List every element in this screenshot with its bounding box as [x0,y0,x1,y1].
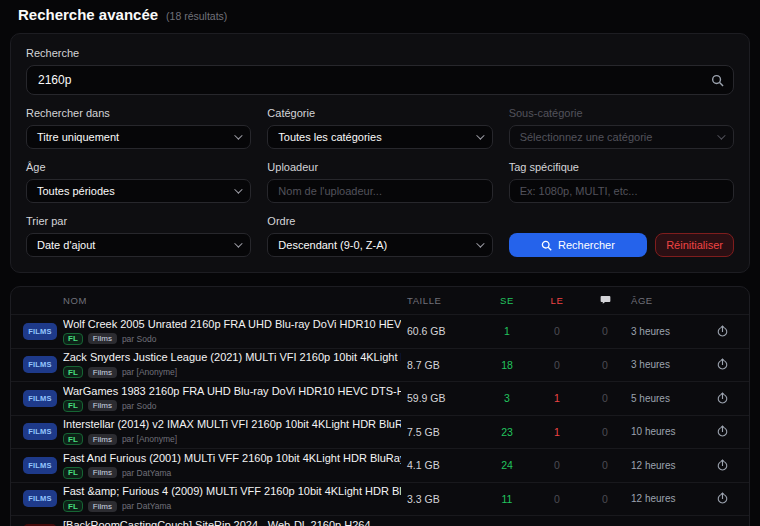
size-cell: 60.6 GB [407,325,479,337]
uploader-name[interactable]: par [Anonyme] [122,434,177,444]
leechers-cell: 0 [535,359,579,371]
torrent-name-cell: Wolf Creek 2005 Unrated 2160p FRA UHD Bl… [63,318,401,345]
header-seeders[interactable]: SE [485,295,529,306]
comments-cell: 0 [585,493,625,505]
download-button[interactable] [707,325,737,338]
header-leechers[interactable]: LE [535,295,579,306]
header-size[interactable]: TAILLE [407,295,479,306]
uploader-input[interactable] [267,179,492,203]
reset-button[interactable]: Réinitialiser [655,233,734,257]
header-comments[interactable] [585,294,625,307]
torrent-title-link[interactable]: Zack Snyders Justice League (2021) MULTi… [63,351,401,364]
category-tag[interactable]: Films [88,467,117,478]
subcategory-group: Sous-catégorie Sélectionnez une catégori… [509,107,734,149]
sort-select[interactable]: Date d'ajout [26,233,251,257]
download-button[interactable] [707,459,737,472]
tag-group: Tag spécifique [509,161,734,203]
subcategory-placeholder: Sélectionnez une catégorie [520,131,653,143]
uploader-name[interactable]: par Sodo [122,401,157,411]
seeders-cell: 18 [485,359,529,371]
torrent-title-link[interactable]: Fast &amp; Furious 4 (2009) MULTi VFF 21… [63,485,401,498]
results-count: (18 résultats) [166,10,227,22]
size-cell: 8.7 GB [407,359,479,371]
category-select[interactable]: Toutes les catégories [267,125,492,149]
torrent-title-link[interactable]: Fast And Furious (2001) MULTi VFF 2160p … [63,452,401,465]
page-title: Recherche avancée [18,6,158,23]
order-group: Ordre Descendant (9-0, Z-A) [267,215,492,257]
table-row[interactable]: FIL... [BackRoomCastingCouch] SiteRip 20… [11,515,749,526]
table-row[interactable]: FILMS Fast And Furious (2001) MULTi VFF … [11,448,749,482]
order-label: Ordre [267,215,492,227]
age-cell: 5 heures [631,393,701,404]
torrent-name-cell: Interstellar (2014) v2 IMAX MULTi VFI 21… [63,418,401,445]
torrent-title-link[interactable]: Interstellar (2014) v2 IMAX MULTi VFI 21… [63,418,401,431]
search-in-select[interactable]: Titre uniquement [26,125,251,149]
chevron-down-icon [717,131,725,139]
comments-cell: 0 [585,359,625,371]
search-icon [711,73,724,91]
torrent-name-cell: Fast And Furious (2001) MULTi VFF 2160p … [63,452,401,479]
download-icon [716,325,729,338]
search-form-card: Recherche Rechercher dans Titre uniqueme… [10,33,750,273]
tag-input[interactable] [509,179,734,203]
category-tag[interactable]: Films [88,434,117,445]
search-in-value: Titre uniquement [37,131,119,143]
torrent-name-cell: Fast &amp; Furious 4 (2009) MULTi VFF 21… [63,485,401,512]
table-row[interactable]: FILMS WarGames 1983 2160p FRA UHD Blu-ra… [11,381,749,415]
table-row[interactable]: FILMS Zack Snyders Justice League (2021)… [11,348,749,382]
header-age[interactable]: ÂGE [631,295,701,306]
comments-cell: 0 [585,459,625,471]
form-actions: Rechercher Réinitialiser [509,215,734,257]
category-badge[interactable]: FILMS [23,323,57,340]
freeleech-badge: FL [63,467,83,479]
age-cell: 10 heures [631,426,701,437]
header-name[interactable]: NOM [63,295,401,306]
search-button-label: Rechercher [558,239,615,251]
torrent-title-link[interactable]: WarGames 1983 2160p FRA UHD Blu-ray DoVi… [63,385,401,398]
download-icon [716,392,729,405]
freeleech-badge: FL [63,366,83,378]
category-value: Toutes les catégories [278,131,381,143]
size-cell: 59.9 GB [407,392,479,404]
torrent-title-link[interactable]: Wolf Creek 2005 Unrated 2160p FRA UHD Bl… [63,318,401,331]
category-badge[interactable]: FILMS [23,356,57,373]
seeders-cell: 1 [485,325,529,337]
search-label: Recherche [26,47,734,59]
category-tag[interactable]: Films [88,367,117,378]
table-row[interactable]: FILMS Interstellar (2014) v2 IMAX MULTi … [11,415,749,449]
uploader-name[interactable]: par [Anonyme] [122,367,177,377]
freeleech-badge: FL [63,333,83,345]
tag-label: Tag spécifique [509,161,734,173]
uploader-name[interactable]: par DatYama [122,501,171,511]
size-cell: 4.1 GB [407,459,479,471]
search-field-group: Recherche [26,47,734,95]
order-select[interactable]: Descendant (9-0, Z-A) [267,233,492,257]
table-row[interactable]: FILMS Fast &amp; Furious 4 (2009) MULTi … [11,482,749,516]
category-tag[interactable]: Films [88,501,117,512]
search-button[interactable]: Rechercher [509,233,647,257]
order-value: Descendant (9-0, Z-A) [278,239,387,251]
category-tag[interactable]: Films [88,333,117,344]
category-badge[interactable]: FILMS [23,423,57,440]
chevron-down-icon [234,239,242,247]
leechers-cell: 0 [535,325,579,337]
category-badge[interactable]: FILMS [23,390,57,407]
leechers-cell: 0 [535,459,579,471]
category-tag[interactable]: Films [88,400,117,411]
download-button[interactable] [707,425,737,438]
chevron-down-icon [476,239,484,247]
download-button[interactable] [707,392,737,405]
search-input[interactable] [26,65,734,95]
age-select[interactable]: Toutes périodes [26,179,251,203]
download-button[interactable] [707,492,737,505]
age-group: Âge Toutes périodes [26,161,251,203]
download-button[interactable] [707,358,737,371]
uploader-name[interactable]: par DatYama [122,468,171,478]
size-cell: 7.5 GB [407,426,479,438]
table-row[interactable]: FILMS Wolf Creek 2005 Unrated 2160p FRA … [11,314,749,348]
category-badge[interactable]: FILMS [23,457,57,474]
download-icon [716,425,729,438]
uploader-name[interactable]: par Sodo [122,334,157,344]
torrent-title-link[interactable]: [BackRoomCastingCouch] SiteRip 2024 - We… [63,519,401,526]
category-badge[interactable]: FILMS [23,490,57,507]
